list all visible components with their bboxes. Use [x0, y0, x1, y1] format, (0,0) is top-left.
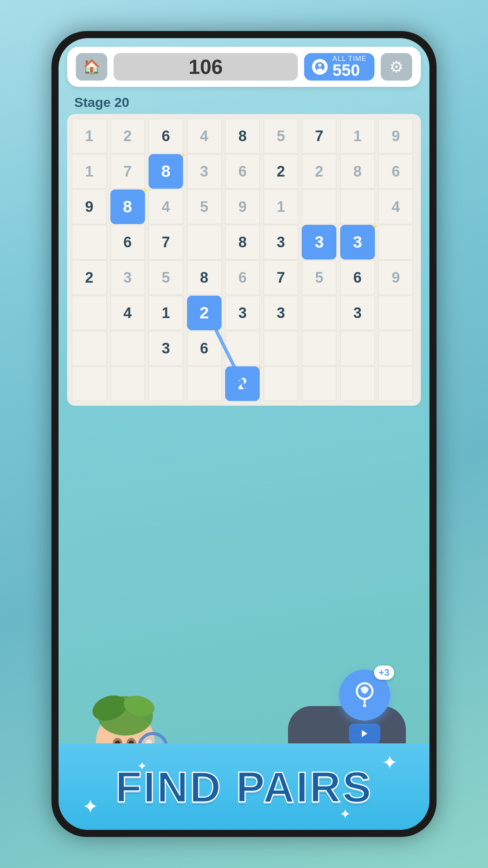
cell-1-7[interactable]: 8 — [340, 154, 375, 189]
phone-frame: 🏠 106 ALL TIME 550 ⚙ Stage 20 — [51, 31, 437, 837]
cell-4-7[interactable]: 6 — [340, 260, 375, 295]
cell-3-8[interactable] — [378, 225, 413, 259]
cell-6-4[interactable] — [225, 331, 260, 366]
cell-6-1[interactable] — [110, 331, 145, 366]
bottom-banner: ✦ ✦ ✦ ✦ FIND PAIRS — [59, 743, 429, 830]
cell-4-1[interactable]: 3 — [110, 260, 145, 295]
cell-6-6[interactable] — [302, 331, 336, 366]
cell-5-4[interactable]: 3 — [225, 296, 260, 330]
cell-7-6[interactable] — [302, 366, 336, 401]
cell-7-0[interactable] — [72, 366, 106, 401]
hint-button-area: +3 — [339, 669, 390, 743]
cell-2-1[interactable]: 8 ✦ — [110, 189, 145, 224]
cell-4-0[interactable]: 2 — [72, 260, 106, 295]
cell-0-5[interactable]: 5 — [264, 119, 298, 153]
alltime-icon — [312, 59, 328, 75]
settings-button[interactable]: ⚙ — [381, 53, 412, 81]
cell-1-5[interactable]: 2 — [264, 154, 298, 189]
home-button[interactable]: 🏠 — [76, 53, 107, 81]
alltime-value: 550 — [332, 62, 360, 79]
cell-0-6[interactable]: 7 — [302, 119, 336, 153]
svg-point-2 — [317, 68, 323, 72]
cell-4-6[interactable]: 5 — [302, 260, 336, 295]
cell-5-7[interactable]: 3 — [340, 296, 375, 330]
cell-7-2[interactable] — [149, 366, 183, 401]
cell-3-0[interactable] — [72, 225, 106, 259]
cell-4-5[interactable]: 7 — [264, 260, 298, 295]
svg-marker-21 — [362, 730, 367, 737]
number-grid: 1 2 6 4 8 5 7 1 9 1 7 8 ✦ 3 6 2 2 — [72, 119, 416, 401]
cell-0-0[interactable]: 1 — [72, 119, 106, 153]
cell-1-8[interactable]: 6 — [378, 154, 413, 189]
cell-0-4[interactable]: 8 — [225, 119, 260, 153]
cell-5-6[interactable] — [302, 296, 336, 330]
cell-3-3[interactable] — [187, 225, 222, 259]
cell-5-8[interactable] — [378, 296, 413, 330]
phone-screen: 🏠 106 ALL TIME 550 ⚙ Stage 20 — [59, 38, 429, 830]
cell-1-0[interactable]: 1 — [72, 154, 106, 189]
cell-4-2[interactable]: 5 — [149, 260, 183, 295]
cell-5-3[interactable]: 2 — [187, 296, 222, 330]
cell-1-4[interactable]: 6 — [225, 154, 260, 189]
cell-1-3[interactable]: 3 — [187, 154, 222, 189]
cell-7-8[interactable] — [378, 366, 413, 401]
cell-7-5[interactable] — [264, 366, 298, 401]
cell-6-8[interactable] — [378, 331, 413, 366]
cell-1-6[interactable]: 2 — [302, 154, 336, 189]
cell-2-8[interactable]: 4 — [378, 189, 413, 224]
cell-7-4[interactable]: 2 ✦ — [225, 366, 260, 401]
cell-4-8[interactable]: 9 — [378, 260, 413, 295]
cell-3-5[interactable]: 3 — [264, 225, 298, 259]
cell-0-7[interactable]: 1 — [340, 119, 375, 153]
cell-3-6[interactable]: 3 — [302, 225, 336, 259]
cell-6-0[interactable] — [72, 331, 106, 366]
score-display: 106 — [114, 53, 298, 81]
grid-container: 1 2 6 4 8 5 7 1 9 1 7 8 ✦ 3 6 2 2 — [67, 114, 421, 406]
cell-0-8[interactable]: 9 — [378, 119, 413, 153]
cell-6-7[interactable] — [340, 331, 375, 366]
cell-1-2[interactable]: 8 ✦ — [149, 154, 183, 189]
cell-6-3[interactable]: 6 — [187, 331, 222, 366]
cell-5-5[interactable]: 3 — [264, 296, 298, 330]
cell-3-2[interactable]: 7 — [149, 225, 183, 259]
alltime-text: ALL TIME 550 — [332, 55, 367, 79]
cell-2-4[interactable]: 9 — [225, 189, 260, 224]
svg-point-1 — [318, 64, 321, 67]
svg-point-20 — [363, 704, 366, 707]
sparkle-4: ✦ — [339, 806, 351, 822]
hint-badge: +3 — [374, 666, 394, 680]
cell-3-7[interactable]: 3 ✦ — [340, 225, 375, 259]
cell-5-1[interactable]: 4 — [110, 296, 145, 330]
cell-0-2[interactable]: 6 — [149, 119, 183, 153]
cell-5-2[interactable]: 1 — [149, 296, 183, 330]
cell-4-4[interactable]: 6 — [225, 260, 260, 295]
sparkle-3: ✦ — [137, 759, 147, 773]
cell-2-2[interactable]: 4 — [149, 189, 183, 224]
cell-2-0[interactable]: 9 — [72, 189, 106, 224]
cell-7-7[interactable] — [340, 366, 375, 401]
cell-7-3[interactable] — [187, 366, 222, 401]
sparkle-1: ✦ — [382, 751, 398, 774]
cell-6-2[interactable]: 3 — [149, 331, 183, 366]
cell-2-3[interactable]: 5 — [187, 189, 222, 224]
hint-icon-wrapper: +3 — [339, 669, 390, 721]
cell-2-7[interactable] — [340, 189, 375, 224]
cell-2-6[interactable] — [302, 189, 336, 224]
cell-2-5[interactable]: 1 — [264, 189, 298, 224]
cell-3-4[interactable]: 8 — [225, 225, 260, 259]
cell-5-0[interactable] — [72, 296, 106, 330]
cell-3-1[interactable]: 6 — [110, 225, 145, 259]
sparkle-2: ✦ — [82, 795, 99, 818]
cell-6-5[interactable] — [264, 331, 298, 366]
alltime-badge: ALL TIME 550 — [304, 53, 374, 81]
find-pairs-text: FIND PAIRS — [115, 762, 372, 812]
cell-0-3[interactable]: 4 — [187, 119, 222, 153]
stage-label: Stage 20 — [74, 95, 429, 110]
cell-0-1[interactable]: 2 — [110, 119, 145, 153]
cell-1-1[interactable]: 7 — [110, 154, 145, 189]
hint-play-button[interactable] — [349, 724, 380, 743]
top-bar: 🏠 106 ALL TIME 550 ⚙ — [67, 47, 421, 87]
cell-4-3[interactable]: 8 — [187, 260, 222, 295]
cell-7-1[interactable] — [110, 366, 145, 401]
